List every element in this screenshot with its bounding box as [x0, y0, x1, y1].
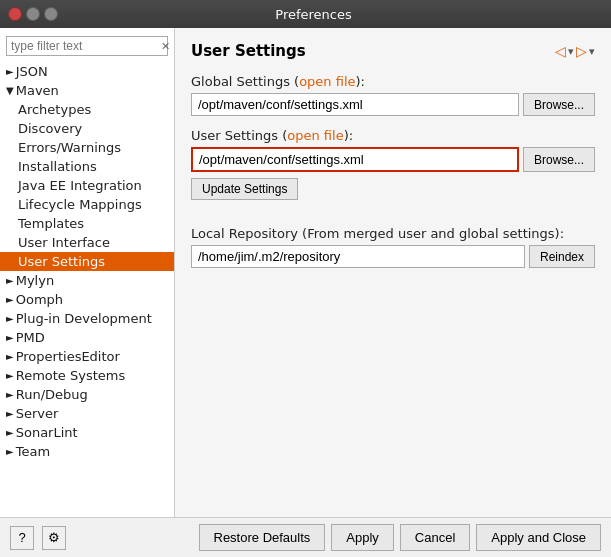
window-controls[interactable]: [8, 7, 58, 21]
sidebar-item-label: PropertiesEditor: [16, 349, 120, 364]
sidebar-item-label: Installations: [18, 159, 97, 174]
sidebar-item-mylyn[interactable]: Mylyn: [0, 271, 174, 290]
sidebar-item-sonarlint[interactable]: SonarLint: [0, 423, 174, 442]
sidebar-item-label: Maven: [16, 83, 59, 98]
local-repo-input[interactable]: [191, 245, 525, 268]
user-browse-button[interactable]: Browse...: [523, 147, 595, 172]
arrow-icon: [6, 332, 14, 343]
panel-title-row: User Settings ◁ ▾ ▷ ▾: [191, 42, 595, 60]
title-bar: Preferences: [0, 0, 611, 28]
sidebar-item-run-debug[interactable]: Run/Debug: [0, 385, 174, 404]
back-arrow-button[interactable]: ◁: [555, 43, 566, 59]
close-button[interactable]: [8, 7, 22, 21]
preferences-button[interactable]: ⚙: [42, 526, 66, 550]
sidebar-item-java-ee[interactable]: Java EE Integration: [0, 176, 174, 195]
sidebar-item-label: Java EE Integration: [18, 178, 142, 193]
sidebar-item-label: Team: [16, 444, 50, 459]
arrow-icon: [6, 408, 14, 419]
sidebar-item-archetypes[interactable]: Archetypes: [0, 100, 174, 119]
sidebar-item-label: Plug-in Development: [16, 311, 152, 326]
help-button[interactable]: ?: [10, 526, 34, 550]
sidebar-item-errors-warnings[interactable]: Errors/Warnings: [0, 138, 174, 157]
nav-arrows[interactable]: ◁ ▾ ▷ ▾: [555, 43, 595, 59]
arrow-icon: [6, 85, 14, 96]
sidebar-item-label: User Interface: [18, 235, 110, 250]
forward-arrow-button[interactable]: ▷: [576, 43, 587, 59]
sidebar-item-remote-systems[interactable]: Remote Systems: [0, 366, 174, 385]
filter-input[interactable]: [11, 39, 161, 53]
maximize-button[interactable]: [44, 7, 58, 21]
user-settings-input[interactable]: [191, 147, 519, 172]
global-settings-input[interactable]: [191, 93, 519, 116]
user-settings-label: User Settings (open file):: [191, 128, 595, 143]
sidebar-item-label: Oomph: [16, 292, 63, 307]
arrow-icon: [6, 446, 14, 457]
global-browse-button[interactable]: Browse...: [523, 93, 595, 116]
sidebar-item-server[interactable]: Server: [0, 404, 174, 423]
filter-box[interactable]: ✕: [6, 36, 168, 56]
restore-defaults-button[interactable]: Restore Defaults: [199, 524, 326, 551]
arrow-icon: [6, 351, 14, 362]
local-repo-input-row: Reindex: [191, 245, 595, 268]
user-settings-section: User Settings (open file): Browse... Upd…: [191, 128, 595, 214]
update-settings-button[interactable]: Update Settings: [191, 178, 298, 200]
reindex-button[interactable]: Reindex: [529, 245, 595, 268]
sidebar-item-label: Lifecycle Mappings: [18, 197, 142, 212]
user-settings-link[interactable]: open file: [287, 128, 343, 143]
minimize-button[interactable]: [26, 7, 40, 21]
sidebar-item-team[interactable]: Team: [0, 442, 174, 461]
sidebar-item-user-interface[interactable]: User Interface: [0, 233, 174, 252]
sidebar-item-templates[interactable]: Templates: [0, 214, 174, 233]
sidebar-item-json[interactable]: JSON: [0, 62, 174, 81]
back-dropdown-button[interactable]: ▾: [568, 45, 574, 58]
arrow-icon: [6, 427, 14, 438]
arrow-icon: [6, 313, 14, 324]
content-area: ✕ JSON Maven Archetypes Discovery Errors…: [0, 28, 611, 517]
sidebar-item-user-settings[interactable]: User Settings: [0, 252, 174, 271]
sidebar-item-maven[interactable]: Maven: [0, 81, 174, 100]
cancel-button[interactable]: Cancel: [400, 524, 470, 551]
sidebar-item-plugin-dev[interactable]: Plug-in Development: [0, 309, 174, 328]
sidebar-item-label: Archetypes: [18, 102, 91, 117]
forward-dropdown-button[interactable]: ▾: [589, 45, 595, 58]
global-settings-section: Global Settings (open file): Browse...: [191, 74, 595, 116]
user-settings-input-row: Browse...: [191, 147, 595, 172]
sidebar-item-label: Run/Debug: [16, 387, 88, 402]
arrow-icon: [6, 389, 14, 400]
bottom-left-buttons: ? ⚙: [10, 526, 66, 550]
local-repo-label: Local Repository (From merged user and g…: [191, 226, 595, 241]
sidebar-item-label: SonarLint: [16, 425, 78, 440]
sidebar-item-label: Server: [16, 406, 59, 421]
panel-title-text: User Settings: [191, 42, 306, 60]
sidebar-item-label: JSON: [16, 64, 48, 79]
sidebar-item-oomph[interactable]: Oomph: [0, 290, 174, 309]
sidebar-item-properties-editor[interactable]: PropertiesEditor: [0, 347, 174, 366]
sidebar-item-label: User Settings: [18, 254, 105, 269]
sidebar-item-pmd[interactable]: PMD: [0, 328, 174, 347]
bottom-bar: ? ⚙ Restore Defaults Apply Cancel Apply …: [0, 517, 611, 557]
sidebar-item-label: Templates: [18, 216, 84, 231]
right-panel: User Settings ◁ ▾ ▷ ▾ Global Settings (o…: [175, 28, 611, 517]
apply-button[interactable]: Apply: [331, 524, 394, 551]
global-settings-link[interactable]: open file: [299, 74, 355, 89]
arrow-icon: [6, 66, 14, 77]
window-title: Preferences: [64, 7, 563, 22]
bottom-right-buttons: Restore Defaults Apply Cancel Apply and …: [199, 524, 602, 551]
global-settings-label: Global Settings (open file):: [191, 74, 595, 89]
sidebar-item-label: Remote Systems: [16, 368, 126, 383]
sidebar-item-label: Discovery: [18, 121, 82, 136]
sidebar-item-lifecycle[interactable]: Lifecycle Mappings: [0, 195, 174, 214]
sidebar-item-discovery[interactable]: Discovery: [0, 119, 174, 138]
main-container: ✕ JSON Maven Archetypes Discovery Errors…: [0, 28, 611, 557]
sidebar-item-label: PMD: [16, 330, 45, 345]
arrow-icon: [6, 370, 14, 381]
sidebar: ✕ JSON Maven Archetypes Discovery Errors…: [0, 28, 175, 517]
sidebar-item-label: Errors/Warnings: [18, 140, 121, 155]
local-repo-section: Local Repository (From merged user and g…: [191, 226, 595, 268]
sidebar-item-installations[interactable]: Installations: [0, 157, 174, 176]
sidebar-item-label: Mylyn: [16, 273, 54, 288]
arrow-icon: [6, 275, 14, 286]
apply-close-button[interactable]: Apply and Close: [476, 524, 601, 551]
global-settings-input-row: Browse...: [191, 93, 595, 116]
filter-clear-icon[interactable]: ✕: [161, 40, 170, 53]
